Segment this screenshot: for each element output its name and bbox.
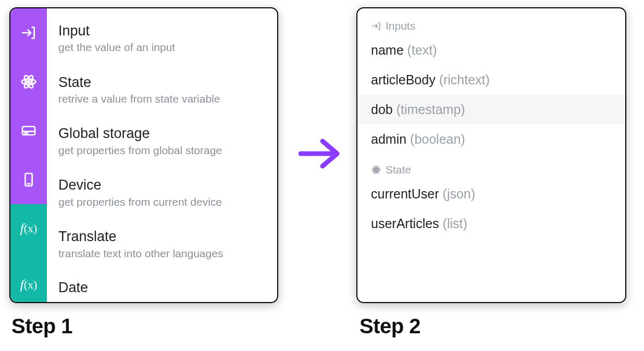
item-title: State <box>58 74 266 91</box>
source-item-state[interactable]: State retrive a value from state variabl… <box>47 64 277 116</box>
step-1-label: Step 1 <box>11 315 72 338</box>
atom-icon <box>20 73 37 90</box>
source-item-input[interactable]: Input get the value of an input <box>47 12 277 64</box>
rail-state[interactable] <box>10 57 47 106</box>
var-name-text: articleBody <box>371 72 436 87</box>
rail-storage[interactable] <box>10 106 47 155</box>
var-name[interactable]: name (text) <box>357 35 625 65</box>
item-title: Device <box>58 177 266 193</box>
item-desc: retrive a value from state variable <box>58 92 266 106</box>
var-type: (richtext) <box>439 72 490 87</box>
atom-icon <box>371 165 381 175</box>
svg-point-11 <box>376 169 377 170</box>
var-userarticles[interactable]: userArticles (list) <box>357 209 625 239</box>
arrow-right-icon <box>296 133 343 174</box>
source-item-device[interactable]: Device get properties from current devic… <box>47 167 277 219</box>
item-title: Date <box>58 279 266 296</box>
rail-input[interactable] <box>10 8 47 57</box>
svg-point-0 <box>28 81 30 83</box>
var-type: (timestamp) <box>397 102 465 117</box>
group-header-inputs: Inputs <box>357 18 625 35</box>
icon-rail: f(x) f(x) <box>10 8 47 302</box>
storage-icon <box>20 122 37 139</box>
svg-point-7 <box>27 133 28 134</box>
device-icon <box>20 171 37 188</box>
rail-device[interactable] <box>10 155 47 204</box>
item-title: Input <box>58 22 266 39</box>
input-icon <box>371 21 381 31</box>
arrow-right <box>294 133 346 174</box>
rail-date[interactable]: f(x) <box>10 253 47 302</box>
source-item-translate[interactable]: Translate translate text into other lang… <box>47 219 277 270</box>
group-label: State <box>386 164 411 176</box>
var-name-text: dob <box>371 102 393 117</box>
var-name-text: currentUser <box>371 186 439 201</box>
variables-panel: Inputs name (text) articleBody (richtext… <box>356 7 626 303</box>
item-desc: get properties from global storage <box>58 143 266 157</box>
item-desc: get properties from current device <box>58 195 266 209</box>
group-header-state: State <box>357 161 625 179</box>
rail-translate[interactable]: f(x) <box>10 204 47 253</box>
var-type: (list) <box>443 216 467 231</box>
step-2-label: Step 2 <box>360 315 420 338</box>
source-list: Input get the value of an input State re… <box>47 8 277 302</box>
var-name-text: admin <box>371 132 406 146</box>
var-currentuser[interactable]: currentUser (json) <box>357 179 625 209</box>
item-title: Translate <box>58 228 266 245</box>
source-panel: f(x) f(x) Input get the value of an inpu… <box>9 7 278 303</box>
var-type: (boolean) <box>410 132 465 146</box>
var-admin[interactable]: admin (boolean) <box>357 124 625 154</box>
function-icon: f(x) <box>20 221 38 236</box>
var-name-text: name <box>371 43 404 57</box>
var-type: (text) <box>407 43 437 57</box>
item-desc: get the value of an input <box>58 40 266 54</box>
item-desc: translate text into other languages <box>58 246 266 260</box>
var-type: (json) <box>443 186 476 201</box>
var-name-text: userArticles <box>371 216 439 231</box>
function-icon: f(x) <box>20 277 38 293</box>
svg-point-6 <box>25 133 26 134</box>
source-item-date[interactable]: Date <box>47 270 277 298</box>
item-title: Global storage <box>58 125 266 142</box>
source-item-global-storage[interactable]: Global storage get properties from globa… <box>47 116 277 167</box>
var-articlebody[interactable]: articleBody (richtext) <box>357 65 625 95</box>
var-dob[interactable]: dob (timestamp) <box>357 95 625 124</box>
input-icon <box>20 24 37 41</box>
group-label: Inputs <box>386 20 415 32</box>
